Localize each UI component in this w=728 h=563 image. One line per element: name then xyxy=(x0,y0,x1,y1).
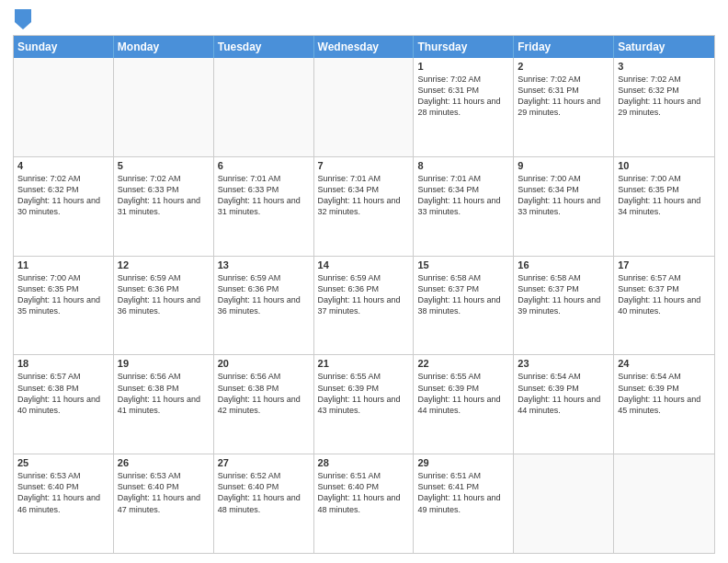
day-info: Sunrise: 6:54 AM Sunset: 6:39 PM Dayligh… xyxy=(618,371,711,416)
table-row: 10Sunrise: 7:00 AM Sunset: 6:35 PM Dayli… xyxy=(614,157,714,256)
table-row: 4Sunrise: 7:02 AM Sunset: 6:32 PM Daylig… xyxy=(14,157,114,256)
day-info: Sunrise: 6:59 AM Sunset: 6:36 PM Dayligh… xyxy=(318,272,410,317)
table-row: 25Sunrise: 6:53 AM Sunset: 6:40 PM Dayli… xyxy=(14,454,114,553)
header-sunday: Sunday xyxy=(14,36,114,58)
day-info: Sunrise: 7:01 AM Sunset: 6:34 PM Dayligh… xyxy=(318,173,410,218)
day-info: Sunrise: 7:02 AM Sunset: 6:32 PM Dayligh… xyxy=(17,173,109,218)
day-number: 17 xyxy=(618,259,711,270)
table-row xyxy=(14,58,114,156)
day-number: 2 xyxy=(518,61,609,72)
calendar-week-row: 25Sunrise: 6:53 AM Sunset: 6:40 PM Dayli… xyxy=(14,454,714,553)
header-saturday: Saturday xyxy=(614,36,714,58)
day-info: Sunrise: 7:02 AM Sunset: 6:31 PM Dayligh… xyxy=(417,74,509,119)
table-row: 27Sunrise: 6:52 AM Sunset: 6:40 PM Dayli… xyxy=(214,454,314,553)
calendar-week-row: 18Sunrise: 6:57 AM Sunset: 6:38 PM Dayli… xyxy=(14,354,714,454)
day-number: 8 xyxy=(417,160,509,171)
day-number: 19 xyxy=(118,358,210,369)
table-row xyxy=(114,58,214,156)
day-number: 14 xyxy=(318,259,410,270)
table-row xyxy=(514,454,614,553)
day-info: Sunrise: 7:02 AM Sunset: 6:33 PM Dayligh… xyxy=(118,173,210,218)
header-monday: Monday xyxy=(114,36,214,58)
header-wednesday: Wednesday xyxy=(314,36,415,58)
calendar-container: Sunday Monday Tuesday Wednesday Thursday… xyxy=(0,0,728,563)
day-info: Sunrise: 6:53 AM Sunset: 6:40 PM Dayligh… xyxy=(17,470,109,515)
table-row: 2Sunrise: 7:02 AM Sunset: 6:31 PM Daylig… xyxy=(514,58,614,156)
day-info: Sunrise: 7:00 AM Sunset: 6:34 PM Dayligh… xyxy=(518,173,609,218)
day-number: 24 xyxy=(618,358,711,369)
table-row: 6Sunrise: 7:01 AM Sunset: 6:33 PM Daylig… xyxy=(214,157,314,256)
table-row: 19Sunrise: 6:56 AM Sunset: 6:38 PM Dayli… xyxy=(114,355,214,454)
day-number: 21 xyxy=(318,358,410,369)
table-row: 13Sunrise: 6:59 AM Sunset: 6:36 PM Dayli… xyxy=(214,257,314,355)
day-number: 12 xyxy=(118,259,210,270)
day-info: Sunrise: 6:58 AM Sunset: 6:37 PM Dayligh… xyxy=(417,272,509,317)
table-row: 22Sunrise: 6:55 AM Sunset: 6:39 PM Dayli… xyxy=(414,355,514,454)
day-number: 25 xyxy=(17,457,109,468)
table-row: 23Sunrise: 6:54 AM Sunset: 6:39 PM Dayli… xyxy=(514,355,614,454)
table-row: 15Sunrise: 6:58 AM Sunset: 6:37 PM Dayli… xyxy=(414,257,514,355)
table-row: 17Sunrise: 6:57 AM Sunset: 6:37 PM Dayli… xyxy=(614,257,714,355)
calendar-week-row: 1Sunrise: 7:02 AM Sunset: 6:31 PM Daylig… xyxy=(14,58,714,156)
table-row xyxy=(614,454,714,553)
day-info: Sunrise: 6:56 AM Sunset: 6:38 PM Dayligh… xyxy=(118,371,210,416)
day-number: 26 xyxy=(118,457,210,468)
day-info: Sunrise: 7:00 AM Sunset: 6:35 PM Dayligh… xyxy=(618,173,711,218)
day-info: Sunrise: 6:51 AM Sunset: 6:40 PM Dayligh… xyxy=(318,470,410,515)
table-row: 5Sunrise: 7:02 AM Sunset: 6:33 PM Daylig… xyxy=(114,157,214,256)
calendar-body: 1Sunrise: 7:02 AM Sunset: 6:31 PM Daylig… xyxy=(14,58,714,553)
day-info: Sunrise: 6:55 AM Sunset: 6:39 PM Dayligh… xyxy=(417,371,509,416)
day-number: 13 xyxy=(218,259,310,270)
day-number: 6 xyxy=(218,160,310,171)
page-header xyxy=(13,9,715,29)
day-number: 11 xyxy=(17,259,109,270)
header-thursday: Thursday xyxy=(414,36,514,58)
table-row: 18Sunrise: 6:57 AM Sunset: 6:38 PM Dayli… xyxy=(14,355,114,454)
table-row: 3Sunrise: 7:02 AM Sunset: 6:32 PM Daylig… xyxy=(614,58,714,156)
day-number: 9 xyxy=(518,160,609,171)
day-info: Sunrise: 7:02 AM Sunset: 6:31 PM Dayligh… xyxy=(518,74,609,119)
table-row: 24Sunrise: 6:54 AM Sunset: 6:39 PM Dayli… xyxy=(614,355,714,454)
day-number: 1 xyxy=(417,61,509,72)
table-row: 16Sunrise: 6:58 AM Sunset: 6:37 PM Dayli… xyxy=(514,257,614,355)
day-number: 3 xyxy=(618,61,711,72)
day-info: Sunrise: 6:57 AM Sunset: 6:38 PM Dayligh… xyxy=(17,371,109,416)
table-row: 12Sunrise: 6:59 AM Sunset: 6:36 PM Dayli… xyxy=(114,257,214,355)
day-info: Sunrise: 7:01 AM Sunset: 6:33 PM Dayligh… xyxy=(218,173,310,218)
day-info: Sunrise: 6:52 AM Sunset: 6:40 PM Dayligh… xyxy=(218,470,310,515)
day-number: 22 xyxy=(417,358,509,369)
table-row: 29Sunrise: 6:51 AM Sunset: 6:41 PM Dayli… xyxy=(414,454,514,553)
calendar: Sunday Monday Tuesday Wednesday Thursday… xyxy=(13,35,715,554)
table-row: 7Sunrise: 7:01 AM Sunset: 6:34 PM Daylig… xyxy=(314,157,415,256)
header-tuesday: Tuesday xyxy=(214,36,314,58)
calendar-header-row: Sunday Monday Tuesday Wednesday Thursday… xyxy=(14,36,714,58)
day-info: Sunrise: 6:57 AM Sunset: 6:37 PM Dayligh… xyxy=(618,272,711,317)
day-number: 29 xyxy=(417,457,509,468)
table-row: 26Sunrise: 6:53 AM Sunset: 6:40 PM Dayli… xyxy=(114,454,214,553)
logo xyxy=(13,13,31,29)
day-info: Sunrise: 6:51 AM Sunset: 6:41 PM Dayligh… xyxy=(417,470,509,515)
day-info: Sunrise: 7:00 AM Sunset: 6:35 PM Dayligh… xyxy=(17,272,109,317)
day-number: 27 xyxy=(218,457,310,468)
table-row: 20Sunrise: 6:56 AM Sunset: 6:38 PM Dayli… xyxy=(214,355,314,454)
table-row: 21Sunrise: 6:55 AM Sunset: 6:39 PM Dayli… xyxy=(314,355,415,454)
table-row: 8Sunrise: 7:01 AM Sunset: 6:34 PM Daylig… xyxy=(414,157,514,256)
svg-marker-0 xyxy=(15,9,31,29)
logo-icon xyxy=(15,9,31,29)
day-number: 28 xyxy=(318,457,410,468)
table-row xyxy=(314,58,415,156)
day-number: 16 xyxy=(518,259,609,270)
day-info: Sunrise: 7:02 AM Sunset: 6:32 PM Dayligh… xyxy=(618,74,711,119)
day-info: Sunrise: 6:55 AM Sunset: 6:39 PM Dayligh… xyxy=(318,371,410,416)
day-number: 18 xyxy=(17,358,109,369)
day-info: Sunrise: 6:59 AM Sunset: 6:36 PM Dayligh… xyxy=(118,272,210,317)
day-info: Sunrise: 6:53 AM Sunset: 6:40 PM Dayligh… xyxy=(118,470,210,515)
day-number: 4 xyxy=(17,160,109,171)
day-info: Sunrise: 6:59 AM Sunset: 6:36 PM Dayligh… xyxy=(218,272,310,317)
calendar-week-row: 11Sunrise: 7:00 AM Sunset: 6:35 PM Dayli… xyxy=(14,256,714,355)
table-row: 1Sunrise: 7:02 AM Sunset: 6:31 PM Daylig… xyxy=(414,58,514,156)
header-friday: Friday xyxy=(514,36,614,58)
table-row: 28Sunrise: 6:51 AM Sunset: 6:40 PM Dayli… xyxy=(314,454,415,553)
table-row: 9Sunrise: 7:00 AM Sunset: 6:34 PM Daylig… xyxy=(514,157,614,256)
table-row xyxy=(214,58,314,156)
